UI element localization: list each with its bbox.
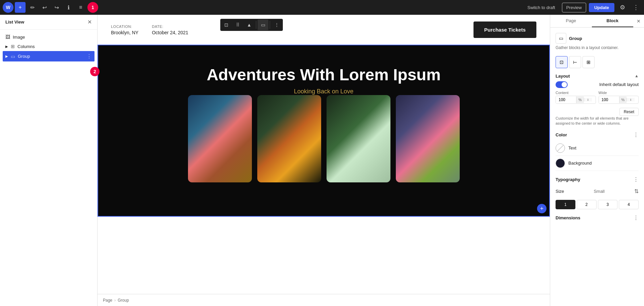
- color-section-title: Color: [556, 132, 567, 137]
- list-item-label: Group: [18, 54, 84, 59]
- size-btn-2[interactable]: 2: [577, 200, 597, 209]
- edit-button[interactable]: ✏: [27, 2, 38, 13]
- list-item-more-btn[interactable]: ⋮: [86, 53, 92, 59]
- update-button[interactable]: Update: [589, 3, 614, 12]
- content-input-wrap: % ↕: [556, 96, 596, 104]
- panel-tabs: Page Block ✕: [550, 15, 644, 28]
- size-btn-3[interactable]: 3: [598, 200, 618, 209]
- hero-section: Adventures With Lorem Ipsum Looking Back…: [98, 45, 550, 217]
- block-more-options-button[interactable]: ⋮: [271, 19, 282, 30]
- wide-unit: %: [619, 96, 627, 103]
- wp-logo[interactable]: W: [3, 2, 13, 13]
- wide-input-wrap: % ↕: [599, 96, 639, 104]
- chevron-icon: ▶: [5, 54, 8, 58]
- color-section-more[interactable]: ⋮: [633, 132, 639, 138]
- redo-button[interactable]: ↪: [51, 2, 62, 13]
- photo-card-2: [257, 95, 321, 182]
- date-label: Date:: [152, 25, 188, 29]
- photo-card-1: [188, 95, 252, 182]
- breadcrumb: Page › Group: [98, 294, 550, 306]
- canvas-area: ⊡ ⠿ ▲ ▭ ⋮ Location: Brooklyn, NY Date: O…: [98, 15, 550, 294]
- breadcrumb-group[interactable]: Group: [118, 298, 129, 303]
- typography-section-more[interactable]: ⋮: [633, 176, 639, 183]
- block-info: ▭ Group Gather blocks in a layout contai…: [556, 33, 639, 51]
- color-section-header[interactable]: Color ⋮: [556, 132, 639, 138]
- typography-section-title: Typography: [556, 177, 580, 182]
- dimensions-section-header[interactable]: Dimensions ⋮: [556, 215, 639, 221]
- date-field: Date: October 24, 2021: [152, 25, 188, 35]
- panel-content: ▭ Group Gather blocks in a layout contai…: [550, 28, 644, 226]
- wide-label: Wide: [599, 91, 639, 95]
- preview-button[interactable]: Preview: [562, 3, 586, 12]
- list-view-button[interactable]: ≡: [75, 2, 86, 13]
- add-block-canvas-button[interactable]: +: [537, 204, 546, 213]
- layout-flow-button[interactable]: ⊢: [569, 56, 581, 68]
- block-drag-handle[interactable]: ⠿: [232, 19, 243, 30]
- close-panel-button[interactable]: ✕: [633, 15, 644, 27]
- hero-title: Adventures With Lorem Ipsum: [112, 65, 536, 84]
- layout-constrained-button[interactable]: ⊡: [556, 56, 568, 68]
- layout-style-options: ⊡ ⊢ ⊞: [556, 56, 639, 68]
- location-field: Location: Brooklyn, NY: [111, 25, 139, 35]
- size-btn-1[interactable]: 1: [556, 200, 575, 209]
- columns-icon: ⊞: [11, 44, 15, 49]
- typography-section-header[interactable]: Typography ⋮: [556, 176, 639, 183]
- content-input-arrow[interactable]: ↕: [584, 98, 592, 101]
- layout-section-header[interactable]: Layout ▲: [556, 74, 639, 79]
- switch-draft-button[interactable]: Switch to draft: [523, 3, 559, 12]
- list-item-group[interactable]: ▶ ▭ Group ⋮: [3, 51, 94, 61]
- size-adjust-button[interactable]: ⇅: [634, 188, 639, 194]
- list-item-label: Image: [13, 35, 92, 40]
- details-button[interactable]: ℹ: [63, 2, 74, 13]
- layout-help-text: Customize the width for all elements tha…: [556, 116, 639, 126]
- notification-badge[interactable]: 1: [87, 2, 98, 13]
- purchase-btn-wrap: Purchase Tickets: [473, 21, 536, 38]
- more-options-button[interactable]: ⋮: [631, 2, 641, 13]
- image-icon: 🖼: [5, 34, 10, 40]
- list-item-image[interactable]: 🖼 Image: [0, 32, 97, 42]
- block-align-button[interactable]: ⊡: [221, 19, 232, 30]
- text-color-picker[interactable]: [556, 143, 565, 153]
- block-toolbar: ⊡ ⠿ ▲ ▭ ⋮: [220, 19, 283, 31]
- reset-button[interactable]: Reset: [619, 108, 639, 116]
- content-width-field: Content % ↕: [556, 91, 596, 104]
- inherit-layout-label: Inherit default layout: [599, 82, 639, 87]
- content-input[interactable]: [556, 96, 576, 103]
- breadcrumb-page[interactable]: Page: [103, 298, 112, 303]
- location-value: Brooklyn, NY: [111, 30, 139, 35]
- list-view-title: List View: [5, 19, 24, 25]
- close-list-view-button[interactable]: ✕: [87, 19, 92, 25]
- block-move-up-button[interactable]: ▲: [244, 19, 255, 30]
- size-label: Size: [556, 189, 564, 194]
- inherit-layout-toggle[interactable]: [556, 81, 568, 88]
- layout-flex-button[interactable]: ⊞: [582, 56, 595, 68]
- tab-page[interactable]: Page: [550, 15, 592, 27]
- group-icon: ▭: [11, 54, 15, 59]
- background-color-picker[interactable]: [556, 159, 565, 168]
- settings-button[interactable]: ⚙: [617, 2, 628, 13]
- size-value: Small: [594, 189, 605, 194]
- undo-button[interactable]: ↩: [39, 2, 50, 13]
- width-inputs: Content % ↕ Wide % ↕: [556, 91, 639, 104]
- wide-input-arrow[interactable]: ↕: [627, 98, 635, 101]
- page-size-buttons: 1 2 3 4: [556, 200, 639, 209]
- dimensions-section-more[interactable]: ⋮: [633, 215, 639, 221]
- layout-section-toggle: ▲: [635, 74, 639, 78]
- size-btn-4[interactable]: 4: [619, 200, 639, 209]
- list-item-label: Columns: [17, 44, 92, 49]
- content-label: Content: [556, 91, 596, 95]
- wide-input[interactable]: [599, 96, 619, 103]
- list-item-columns[interactable]: ▶ ⊞ Columns: [0, 42, 97, 51]
- location-label: Location:: [111, 25, 139, 29]
- list-view-header: List View ✕: [0, 15, 97, 30]
- list-view-panel: List View ✕ 🖼 Image ▶ ⊞ Columns ▶ ▭ Grou…: [0, 15, 98, 306]
- block-type-button[interactable]: ▭: [258, 19, 268, 30]
- layout-section-title: Layout: [556, 74, 570, 79]
- block-info-header: ▭ Group: [556, 33, 639, 44]
- background-color-row: Background: [556, 156, 639, 171]
- purchase-tickets-button[interactable]: Purchase Tickets: [473, 21, 536, 38]
- tab-block[interactable]: Block: [592, 15, 634, 27]
- add-block-button[interactable]: +: [15, 2, 26, 13]
- block-description: Gather blocks in a layout container.: [556, 45, 639, 51]
- block-title: Group: [569, 36, 582, 41]
